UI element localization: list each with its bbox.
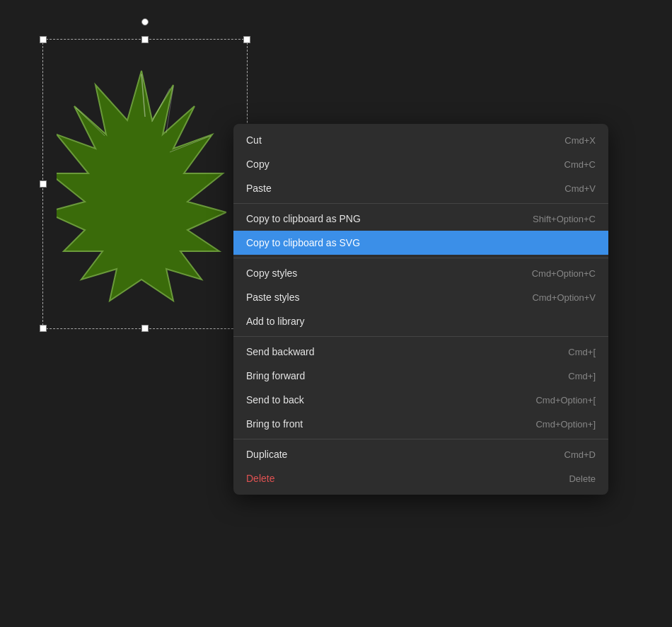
menu-item-paste-styles[interactable]: Paste styles Cmd+Option+V [233, 285, 608, 309]
handle-bottom-middle[interactable] [141, 325, 149, 332]
star-shape-container [53, 53, 230, 315]
menu-item-paste-label: Paste [246, 183, 272, 194]
menu-item-delete-label: Delete [246, 473, 274, 484]
menu-item-copy[interactable]: Copy Cmd+C [233, 152, 608, 176]
menu-item-bring-front-label: Bring to front [246, 418, 303, 430]
menu-item-add-library-label: Add to library [246, 316, 304, 327]
menu-item-bring-forward[interactable]: Bring forward Cmd+] [233, 364, 608, 388]
star-svg [57, 64, 226, 304]
menu-item-add-library[interactable]: Add to library [233, 309, 608, 333]
menu-item-copy-styles-shortcut: Cmd+Option+C [532, 268, 596, 279]
svg-marker-0 [57, 71, 226, 301]
menu-item-copy-png-label: Copy to clipboard as PNG [246, 213, 361, 224]
menu-item-send-backward-shortcut: Cmd+[ [568, 347, 596, 357]
menu-item-send-backward[interactable]: Send backward Cmd+[ [233, 340, 608, 364]
rotation-handle[interactable] [141, 18, 149, 25]
menu-item-copy-svg-label: Copy to clipboard as SVG [246, 237, 360, 248]
canvas: Cut Cmd+X Copy Cmd+C Paste Cmd+V Copy to… [0, 0, 672, 627]
menu-item-cut-shortcut: Cmd+X [564, 135, 596, 146]
menu-item-bring-front-shortcut: Cmd+Option+] [535, 419, 596, 430]
handle-top-left[interactable] [40, 36, 47, 43]
menu-item-copy-label: Copy [246, 159, 270, 170]
menu-item-copy-styles-label: Copy styles [246, 268, 297, 279]
menu-item-paste-shortcut: Cmd+V [564, 183, 596, 194]
menu-item-delete[interactable]: Delete Delete [233, 466, 608, 490]
divider-3 [233, 336, 608, 337]
menu-item-duplicate[interactable]: Duplicate Cmd+D [233, 442, 608, 466]
handle-bottom-left[interactable] [40, 325, 47, 332]
menu-item-paste[interactable]: Paste Cmd+V [233, 176, 608, 200]
divider-4 [233, 439, 608, 439]
handle-top-middle[interactable] [141, 36, 149, 43]
handle-top-right[interactable] [243, 36, 250, 43]
handle-middle-left[interactable] [40, 180, 47, 188]
menu-item-copy-styles[interactable]: Copy styles Cmd+Option+C [233, 261, 608, 285]
menu-item-send-back-shortcut: Cmd+Option+[ [535, 395, 596, 405]
menu-item-send-backward-label: Send backward [246, 346, 315, 357]
menu-item-bring-forward-label: Bring forward [246, 370, 305, 381]
menu-item-paste-styles-shortcut: Cmd+Option+V [532, 292, 596, 303]
menu-item-paste-styles-label: Paste styles [246, 292, 299, 303]
divider-2 [233, 258, 608, 258]
menu-item-copy-svg[interactable]: Copy to clipboard as SVG [233, 231, 608, 255]
menu-item-delete-shortcut: Delete [569, 473, 596, 484]
menu-item-copy-shortcut: Cmd+C [564, 159, 596, 170]
menu-item-duplicate-shortcut: Cmd+D [564, 449, 596, 460]
menu-item-bring-front[interactable]: Bring to front Cmd+Option+] [233, 412, 608, 436]
menu-item-bring-forward-shortcut: Cmd+] [568, 371, 596, 381]
menu-item-send-back-label: Send to back [246, 394, 304, 405]
menu-item-cut-label: Cut [246, 134, 262, 146]
menu-item-copy-png[interactable]: Copy to clipboard as PNG Shift+Option+C [233, 207, 608, 231]
context-menu: Cut Cmd+X Copy Cmd+C Paste Cmd+V Copy to… [233, 124, 608, 495]
menu-item-copy-png-shortcut: Shift+Option+C [533, 214, 596, 224]
menu-item-duplicate-label: Duplicate [246, 449, 287, 460]
menu-item-cut[interactable]: Cut Cmd+X [233, 128, 608, 152]
menu-item-send-back[interactable]: Send to back Cmd+Option+[ [233, 388, 608, 412]
divider-1 [233, 203, 608, 204]
